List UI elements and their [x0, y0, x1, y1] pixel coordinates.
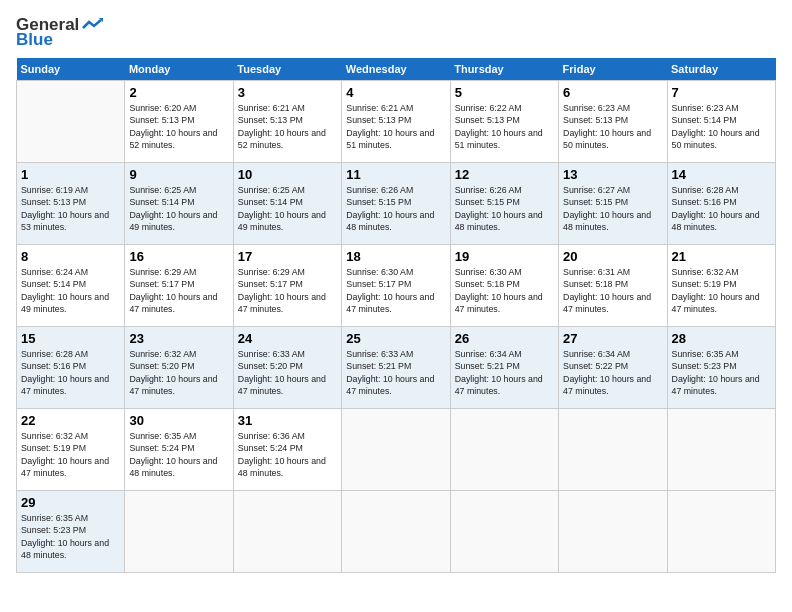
calendar-cell: [667, 491, 775, 573]
sunset-text: Sunset: 5:13 PM: [563, 114, 662, 126]
day-info: Sunrise: 6:28 AM Sunset: 5:16 PM Dayligh…: [21, 348, 120, 397]
weekday-header-monday: Monday: [125, 58, 233, 81]
sunrise-text: Sunrise: 6:26 AM: [346, 184, 445, 196]
sunrise-text: Sunrise: 6:33 AM: [346, 348, 445, 360]
day-number: 20: [563, 249, 662, 264]
calendar-cell: [559, 491, 667, 573]
sunrise-text: Sunrise: 6:25 AM: [129, 184, 228, 196]
calendar-cell: 3 Sunrise: 6:21 AM Sunset: 5:13 PM Dayli…: [233, 81, 341, 163]
daylight-text: Daylight: 10 hours and 48 minutes.: [238, 455, 337, 480]
sunrise-text: Sunrise: 6:25 AM: [238, 184, 337, 196]
day-number: 30: [129, 413, 228, 428]
daylight-text: Daylight: 10 hours and 52 minutes.: [238, 127, 337, 152]
sunset-text: Sunset: 5:13 PM: [238, 114, 337, 126]
calendar-row-3: 15 Sunrise: 6:28 AM Sunset: 5:16 PM Dayl…: [17, 327, 776, 409]
calendar-cell: 6 Sunrise: 6:23 AM Sunset: 5:13 PM Dayli…: [559, 81, 667, 163]
calendar-cell: [342, 491, 450, 573]
day-info: Sunrise: 6:22 AM Sunset: 5:13 PM Dayligh…: [455, 102, 554, 151]
daylight-text: Daylight: 10 hours and 50 minutes.: [563, 127, 662, 152]
daylight-text: Daylight: 10 hours and 47 minutes.: [672, 373, 771, 398]
sunrise-text: Sunrise: 6:30 AM: [346, 266, 445, 278]
calendar-cell: 26 Sunrise: 6:34 AM Sunset: 5:21 PM Dayl…: [450, 327, 558, 409]
calendar-cell: [559, 409, 667, 491]
day-number: 12: [455, 167, 554, 182]
calendar-cell: 24 Sunrise: 6:33 AM Sunset: 5:20 PM Dayl…: [233, 327, 341, 409]
calendar-table: SundayMondayTuesdayWednesdayThursdayFrid…: [16, 58, 776, 573]
sunrise-text: Sunrise: 6:29 AM: [129, 266, 228, 278]
weekday-header-saturday: Saturday: [667, 58, 775, 81]
day-number: 8: [21, 249, 120, 264]
weekday-header-row: SundayMondayTuesdayWednesdayThursdayFrid…: [17, 58, 776, 81]
weekday-header-wednesday: Wednesday: [342, 58, 450, 81]
day-number: 25: [346, 331, 445, 346]
sunset-text: Sunset: 5:21 PM: [455, 360, 554, 372]
day-info: Sunrise: 6:29 AM Sunset: 5:17 PM Dayligh…: [238, 266, 337, 315]
daylight-text: Daylight: 10 hours and 47 minutes.: [346, 291, 445, 316]
calendar-cell: 25 Sunrise: 6:33 AM Sunset: 5:21 PM Dayl…: [342, 327, 450, 409]
sunrise-text: Sunrise: 6:28 AM: [672, 184, 771, 196]
logo-blue: Blue: [16, 31, 103, 48]
sunset-text: Sunset: 5:23 PM: [672, 360, 771, 372]
daylight-text: Daylight: 10 hours and 47 minutes.: [21, 455, 120, 480]
logo-bird-icon: [81, 18, 103, 32]
daylight-text: Daylight: 10 hours and 48 minutes.: [21, 537, 120, 562]
day-info: Sunrise: 6:32 AM Sunset: 5:19 PM Dayligh…: [672, 266, 771, 315]
calendar-cell: 5 Sunrise: 6:22 AM Sunset: 5:13 PM Dayli…: [450, 81, 558, 163]
day-number: 13: [563, 167, 662, 182]
sunrise-text: Sunrise: 6:29 AM: [238, 266, 337, 278]
calendar-cell: 13 Sunrise: 6:27 AM Sunset: 5:15 PM Dayl…: [559, 163, 667, 245]
sunrise-text: Sunrise: 6:34 AM: [563, 348, 662, 360]
day-number: 10: [238, 167, 337, 182]
sunset-text: Sunset: 5:14 PM: [21, 278, 120, 290]
calendar-cell: [667, 409, 775, 491]
day-info: Sunrise: 6:28 AM Sunset: 5:16 PM Dayligh…: [672, 184, 771, 233]
sunset-text: Sunset: 5:13 PM: [455, 114, 554, 126]
day-info: Sunrise: 6:21 AM Sunset: 5:13 PM Dayligh…: [238, 102, 337, 151]
sunrise-text: Sunrise: 6:32 AM: [672, 266, 771, 278]
daylight-text: Daylight: 10 hours and 52 minutes.: [129, 127, 228, 152]
sunset-text: Sunset: 5:22 PM: [563, 360, 662, 372]
daylight-text: Daylight: 10 hours and 47 minutes.: [129, 291, 228, 316]
sunrise-text: Sunrise: 6:28 AM: [21, 348, 120, 360]
weekday-header-thursday: Thursday: [450, 58, 558, 81]
daylight-text: Daylight: 10 hours and 47 minutes.: [346, 373, 445, 398]
calendar-row-5: 29 Sunrise: 6:35 AM Sunset: 5:23 PM Dayl…: [17, 491, 776, 573]
calendar-cell: 14 Sunrise: 6:28 AM Sunset: 5:16 PM Dayl…: [667, 163, 775, 245]
calendar-cell: 7 Sunrise: 6:23 AM Sunset: 5:14 PM Dayli…: [667, 81, 775, 163]
sunrise-text: Sunrise: 6:35 AM: [21, 512, 120, 524]
sunrise-text: Sunrise: 6:35 AM: [672, 348, 771, 360]
calendar-cell: 31 Sunrise: 6:36 AM Sunset: 5:24 PM Dayl…: [233, 409, 341, 491]
day-info: Sunrise: 6:32 AM Sunset: 5:20 PM Dayligh…: [129, 348, 228, 397]
calendar-cell: [125, 491, 233, 573]
sunrise-text: Sunrise: 6:31 AM: [563, 266, 662, 278]
calendar-cell: 28 Sunrise: 6:35 AM Sunset: 5:23 PM Dayl…: [667, 327, 775, 409]
sunrise-text: Sunrise: 6:26 AM: [455, 184, 554, 196]
calendar-cell: 30 Sunrise: 6:35 AM Sunset: 5:24 PM Dayl…: [125, 409, 233, 491]
calendar-row-0: 2 Sunrise: 6:20 AM Sunset: 5:13 PM Dayli…: [17, 81, 776, 163]
day-info: Sunrise: 6:29 AM Sunset: 5:17 PM Dayligh…: [129, 266, 228, 315]
weekday-header-tuesday: Tuesday: [233, 58, 341, 81]
daylight-text: Daylight: 10 hours and 47 minutes.: [672, 291, 771, 316]
day-info: Sunrise: 6:26 AM Sunset: 5:15 PM Dayligh…: [455, 184, 554, 233]
day-number: 2: [129, 85, 228, 100]
sunset-text: Sunset: 5:15 PM: [563, 196, 662, 208]
day-number: 28: [672, 331, 771, 346]
day-info: Sunrise: 6:31 AM Sunset: 5:18 PM Dayligh…: [563, 266, 662, 315]
logo: General Blue: [16, 16, 103, 48]
daylight-text: Daylight: 10 hours and 48 minutes.: [672, 209, 771, 234]
calendar-cell: 21 Sunrise: 6:32 AM Sunset: 5:19 PM Dayl…: [667, 245, 775, 327]
daylight-text: Daylight: 10 hours and 47 minutes.: [563, 373, 662, 398]
sunrise-text: Sunrise: 6:27 AM: [563, 184, 662, 196]
calendar-cell: 29 Sunrise: 6:35 AM Sunset: 5:23 PM Dayl…: [17, 491, 125, 573]
sunset-text: Sunset: 5:13 PM: [21, 196, 120, 208]
sunrise-text: Sunrise: 6:23 AM: [672, 102, 771, 114]
day-number: 18: [346, 249, 445, 264]
day-number: 19: [455, 249, 554, 264]
day-number: 5: [455, 85, 554, 100]
calendar-cell: [450, 409, 558, 491]
calendar-cell: 16 Sunrise: 6:29 AM Sunset: 5:17 PM Dayl…: [125, 245, 233, 327]
day-number: 15: [21, 331, 120, 346]
day-number: 27: [563, 331, 662, 346]
calendar-cell: 22 Sunrise: 6:32 AM Sunset: 5:19 PM Dayl…: [17, 409, 125, 491]
daylight-text: Daylight: 10 hours and 53 minutes.: [21, 209, 120, 234]
